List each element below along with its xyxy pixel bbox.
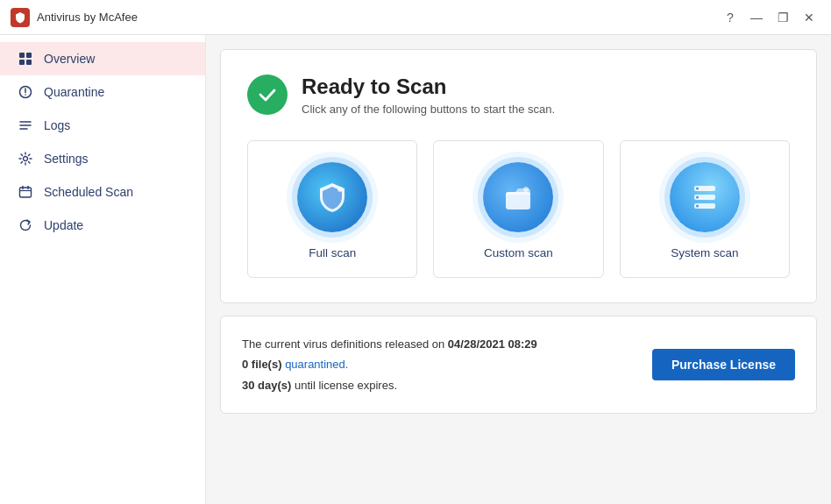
ready-subtitle: Click any of the following buttons to st…	[302, 103, 555, 116]
ready-header: Ready to Scan Click any of the following…	[247, 75, 790, 116]
full-scan-icon	[297, 162, 367, 232]
svg-point-10	[24, 157, 28, 161]
app-icon	[11, 8, 30, 27]
svg-point-6	[25, 94, 26, 96]
info-line2: 0 file(s) quarantined.	[242, 354, 537, 374]
title-bar: Antivirus by McAfee ? — ❐ ✕	[0, 0, 831, 35]
custom-scan-card[interactable]: Custom scan	[433, 140, 603, 278]
app-title: Antivirus by McAfee	[37, 11, 719, 24]
scan-cards: Full scan Custom scan	[247, 140, 790, 278]
virus-def-date: 04/28/2021 08:29	[448, 337, 537, 351]
sidebar: Overview Quarantine Logs	[0, 35, 206, 504]
grid-icon	[18, 51, 33, 67]
info-line3: 30 day(s) until license expires.	[242, 375, 537, 395]
svg-rect-0	[19, 53, 25, 58]
main-content: Ready to Scan Click any of the following…	[206, 35, 831, 504]
settings-icon	[18, 151, 33, 167]
scan-panel: Ready to Scan Click any of the following…	[220, 49, 817, 303]
svg-rect-1	[26, 53, 32, 58]
info-panel: The current virus definitions released o…	[220, 316, 817, 414]
sidebar-item-update[interactable]: Update	[0, 209, 205, 242]
svg-point-21	[696, 188, 699, 190]
update-icon	[18, 217, 33, 233]
sidebar-label-settings: Settings	[44, 152, 89, 166]
ready-title: Ready to Scan	[302, 75, 555, 99]
svg-point-22	[696, 196, 699, 199]
sidebar-label-update: Update	[44, 218, 83, 232]
sidebar-label-logs: Logs	[44, 118, 70, 132]
close-button[interactable]: ✕	[798, 6, 820, 29]
sidebar-item-logs[interactable]: Logs	[0, 109, 205, 142]
system-scan-card[interactable]: System scan	[620, 140, 790, 278]
minimize-button[interactable]: —	[745, 6, 768, 29]
maximize-button[interactable]: ❐	[771, 6, 794, 29]
sidebar-item-quarantine[interactable]: Quarantine	[0, 75, 205, 109]
check-circle-icon	[247, 75, 288, 115]
custom-scan-icon	[483, 162, 553, 232]
sidebar-label-quarantine: Quarantine	[44, 85, 104, 99]
help-button[interactable]: ?	[719, 6, 742, 29]
sidebar-item-scheduled-scan[interactable]: Scheduled Scan	[0, 175, 205, 209]
sidebar-label-overview: Overview	[44, 52, 95, 66]
logs-icon	[18, 117, 33, 133]
sidebar-item-settings[interactable]: Settings	[0, 142, 205, 175]
quarantine-icon	[18, 84, 33, 100]
window-controls: ? — ❐ ✕	[719, 6, 820, 29]
svg-rect-3	[26, 60, 32, 65]
scheduled-icon	[18, 184, 33, 200]
svg-point-23	[696, 205, 699, 208]
svg-rect-2	[19, 60, 25, 65]
svg-point-17	[523, 187, 529, 192]
svg-rect-11	[20, 188, 32, 197]
ready-text: Ready to Scan Click any of the following…	[302, 75, 555, 116]
info-text: The current virus definitions released o…	[242, 334, 537, 395]
purchase-license-button[interactable]: Purchase License	[652, 349, 795, 380]
system-scan-label: System scan	[671, 246, 738, 259]
custom-scan-label: Custom scan	[484, 246, 553, 259]
sidebar-item-overview[interactable]: Overview	[0, 42, 205, 75]
full-scan-label: Full scan	[309, 246, 356, 259]
sidebar-label-scheduled-scan: Scheduled Scan	[44, 185, 133, 199]
info-line1: The current virus definitions released o…	[242, 334, 537, 354]
full-scan-card[interactable]: Full scan	[247, 140, 417, 278]
svg-point-15	[337, 187, 343, 192]
app-body: Overview Quarantine Logs	[0, 35, 831, 504]
system-scan-icon	[670, 162, 740, 232]
